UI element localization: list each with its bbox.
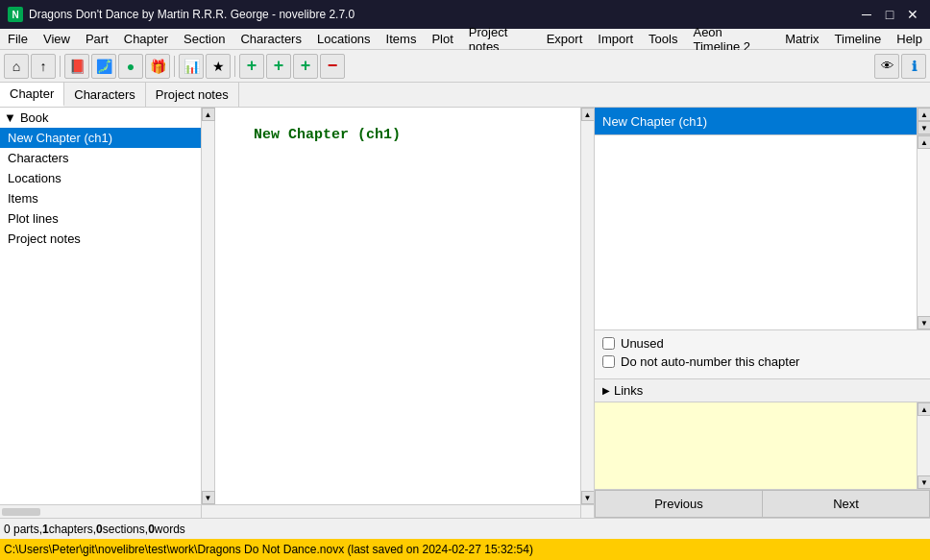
- links-collapse-icon: ▶: [602, 385, 610, 396]
- gift-button[interactable]: 🎁: [145, 54, 170, 79]
- tab-chapter[interactable]: Chapter: [0, 83, 64, 107]
- notes-area: ▲ ▼: [595, 135, 930, 329]
- sidebar-item-plotlines[interactable]: Plot lines: [0, 208, 201, 229]
- editor-scroll-up-arrow[interactable]: ▲: [202, 108, 215, 121]
- menu-item-chapter[interactable]: Chapter: [116, 29, 176, 49]
- editor-right-scroll-down[interactable]: ▼: [581, 491, 595, 504]
- menu-item-locations[interactable]: Locations: [309, 29, 379, 49]
- notes-scroll-down[interactable]: ▼: [918, 316, 930, 329]
- menu-item-section[interactable]: Section: [176, 29, 232, 49]
- sidebar-plotlines-label: Plot lines: [8, 211, 59, 226]
- circle-button[interactable]: ●: [118, 54, 143, 79]
- links-header[interactable]: ▶ Links: [595, 379, 930, 402]
- links-scroll-track: [918, 416, 930, 475]
- sidebar-item-locations[interactable]: Locations: [0, 168, 201, 188]
- maximize-button[interactable]: □: [880, 5, 899, 24]
- nav-buttons: Previous Next: [595, 489, 930, 518]
- eye-button[interactable]: 👁: [874, 54, 899, 79]
- up-button[interactable]: ↑: [31, 54, 56, 79]
- menu-item-export[interactable]: Export: [539, 29, 591, 49]
- editor-scroll-down-arrow[interactable]: ▼: [202, 491, 215, 504]
- next-button[interactable]: Next: [762, 490, 930, 518]
- sidebar-book-label: Book: [20, 110, 49, 125]
- app-icon: N: [8, 7, 23, 22]
- menu-item-items[interactable]: Items: [379, 29, 425, 49]
- main-area: ▼ Book New Chapter (ch1) Characters Loca…: [0, 108, 930, 518]
- editor-chapter-title: New Chapter (ch1): [215, 108, 580, 162]
- menu-item-import[interactable]: Import: [590, 29, 641, 49]
- links-scroll: ▲ ▼: [917, 402, 930, 489]
- menu-item-project-notes[interactable]: Project notes: [461, 29, 539, 49]
- menu-item-plot[interactable]: Plot: [424, 29, 460, 49]
- sidebar-item-chapter[interactable]: New Chapter (ch1): [0, 128, 201, 148]
- title-bar-left: N Dragons Don't Dance by Martin R.R.R. G…: [8, 7, 355, 22]
- window-controls: ─ □ ✕: [857, 5, 922, 24]
- sidebar-chapter-label: New Chapter (ch1): [8, 131, 112, 145]
- status-text-1: 0 parts,: [4, 523, 42, 536]
- unused-checkbox[interactable]: [602, 337, 615, 350]
- previous-button[interactable]: Previous: [595, 490, 762, 518]
- menu-item-help[interactable]: Help: [889, 29, 930, 49]
- book-button[interactable]: 📕: [64, 54, 89, 79]
- editor-hscroll-track: [202, 505, 580, 518]
- chart-button[interactable]: 📊: [179, 54, 204, 79]
- remove-button[interactable]: −: [320, 54, 345, 79]
- file-path: C:\Users\Peter\git\novelibre\test\work\D…: [4, 543, 533, 556]
- sidebar-characters-label: Characters: [8, 151, 69, 165]
- tab-characters[interactable]: Characters: [64, 83, 146, 107]
- editor-hscroll: [202, 504, 594, 518]
- links-scroll-down[interactable]: ▼: [918, 475, 930, 489]
- notes-scroll-up[interactable]: ▲: [918, 135, 930, 149]
- menu-item-tools[interactable]: Tools: [641, 29, 685, 49]
- links-section: ▶ Links ▲ ▼: [595, 378, 930, 489]
- sidebar-item-items[interactable]: Items: [0, 188, 201, 208]
- editor-text-area[interactable]: New Chapter (ch1): [215, 108, 580, 504]
- status-chapters-count: 1: [42, 523, 49, 536]
- editor-corner: [580, 505, 594, 518]
- second-toolbar: Chapter Characters Project notes: [0, 83, 930, 108]
- star-button[interactable]: ★: [206, 54, 231, 79]
- home-button[interactable]: ⌂: [4, 54, 29, 79]
- menu-item-characters[interactable]: Characters: [232, 29, 309, 49]
- sidebar-item-projectnotes[interactable]: Project notes: [0, 229, 201, 249]
- toolbar-separator-1: [60, 56, 61, 77]
- add1-button[interactable]: +: [239, 54, 264, 79]
- links-content: [595, 402, 917, 489]
- menu-item-view[interactable]: View: [36, 29, 78, 49]
- status-sections-count: 0: [96, 523, 103, 536]
- editor-scroll-left: ▲ ▼: [202, 108, 215, 504]
- sidebar-book-section[interactable]: ▼ Book: [0, 108, 201, 128]
- notes-textarea[interactable]: [595, 135, 917, 329]
- links-scroll-up[interactable]: ▲: [918, 402, 930, 416]
- title-scroll-up[interactable]: ▲: [918, 108, 930, 121]
- sidebar-projectnotes-label: Project notes: [8, 231, 81, 246]
- add3-button[interactable]: +: [293, 54, 318, 79]
- title-scroll-down[interactable]: ▼: [918, 121, 930, 134]
- map-button[interactable]: 🗾: [91, 54, 116, 79]
- sidebar-scroll-thumb: [2, 508, 40, 516]
- minimize-button[interactable]: ─: [857, 5, 876, 24]
- checkboxes-area: Unused Do not auto-number this chapter: [595, 329, 930, 378]
- unused-row: Unused: [602, 336, 922, 351]
- chapter-title-input[interactable]: [595, 108, 917, 134]
- close-button[interactable]: ✕: [903, 5, 922, 24]
- sidebar-scroll[interactable]: ▼ Book New Chapter (ch1) Characters Loca…: [0, 108, 201, 504]
- status-text-2: chapters,: [49, 523, 96, 536]
- menu-item-matrix[interactable]: Matrix: [777, 29, 826, 49]
- sidebar: ▼ Book New Chapter (ch1) Characters Loca…: [0, 108, 202, 518]
- menu-item-aeon-timeline-2[interactable]: Aeon Timeline 2: [685, 29, 777, 49]
- editor-area: ▲ ▼ New Chapter (ch1) ▲ ▼: [202, 108, 594, 518]
- menu-item-part[interactable]: Part: [78, 29, 116, 49]
- links-label: Links: [614, 383, 643, 398]
- auto-number-row: Do not auto-number this chapter: [602, 354, 922, 369]
- info-button[interactable]: ℹ: [901, 54, 926, 79]
- sidebar-item-characters[interactable]: Characters: [0, 148, 201, 168]
- editor-right-scroll-up[interactable]: ▲: [581, 108, 595, 121]
- menu-item-timeline[interactable]: Timeline: [827, 29, 890, 49]
- add2-button[interactable]: +: [266, 54, 291, 79]
- right-panel: ▲ ▼ ▲ ▼ Unused: [594, 108, 930, 518]
- notes-scroll-track: [918, 149, 930, 316]
- menu-item-file[interactable]: File: [0, 29, 36, 49]
- tab-project-notes[interactable]: Project notes: [146, 83, 239, 107]
- auto-number-checkbox[interactable]: [602, 355, 615, 368]
